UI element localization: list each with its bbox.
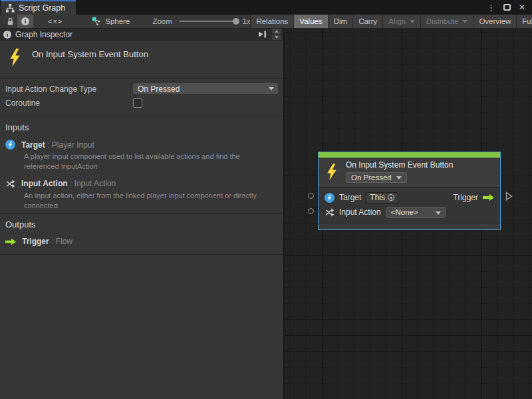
event-bolt-icon [325,163,338,181]
graph-inspector-panel: i Graph Inspector On Input System Event … [0,29,285,399]
script-graph-icon [5,3,15,13]
scroll-down-button[interactable] [272,35,281,40]
event-node[interactable]: On Input System Event Button On Pressed … [318,152,501,230]
change-type-label: Input Action Change Type [5,84,133,94]
input-action-dropdown[interactable]: <None> [386,207,446,218]
graph-asset-icon [92,17,101,26]
toolbar-toggle-group: Relations Values Dim Carry Align Distrib… [250,15,532,28]
object-picker-icon[interactable] [388,194,394,201]
player-input-icon [325,193,334,203]
port-doc-trigger: Trigger : Flow [5,237,278,246]
window-controls: ⋮ ✕ [487,0,532,15]
tab-script-graph[interactable]: Script Graph [1,0,76,15]
graph-toolbar: i <×> Sphere Zoom 1x Relations Values Di… [0,15,532,29]
trigger-port-label: Trigger [453,193,478,202]
flow-arrow-icon [483,194,494,201]
zoom-control: Zoom 1x [152,15,250,28]
port-description: An input action, either from the linked … [24,191,265,211]
node-accent-bar [319,152,500,158]
lock-button[interactable] [3,15,17,28]
values-toggle[interactable]: Values [293,15,327,28]
target-port-row: Target This Trigger [325,190,494,205]
unit-title: On Input System Event Button [32,49,148,59]
coroutine-checkbox[interactable] [133,98,142,108]
window-menu-icon[interactable]: ⋮ [487,3,495,12]
trigger-output-port[interactable] [505,192,513,201]
chevron-down-icon [269,87,274,90]
divider [0,116,283,116]
target-input-port[interactable] [308,193,314,199]
overview-button[interactable]: Overview [473,15,516,28]
inputs-heading: Inputs [5,122,278,132]
graph-owner-label: Sphere [105,17,130,25]
input-action-input-port[interactable] [308,208,314,214]
carry-toggle[interactable]: Carry [352,15,382,28]
scroll-up-button[interactable] [272,29,281,34]
node-footer [319,223,500,229]
port-doc-target: Target : Player Input A player input com… [5,140,278,174]
input-action-port-row: Input Action <None> [325,205,494,219]
dock-anchor-icon[interactable] [258,31,267,38]
player-input-icon [5,140,15,150]
trigger-port: Trigger [453,193,494,202]
node-header[interactable]: On Input System Event Button On Pressed [319,158,500,188]
graph-inspector-header: i Graph Inspector [0,29,283,41]
chevron-down-icon [436,211,441,215]
change-type-value: On Pressed [138,84,180,94]
node-title: On Input System Event Button [346,160,453,170]
port-name: Trigger [22,237,49,246]
main-area: i Graph Inspector On Input System Event … [0,29,532,399]
chevron-down-icon [396,176,402,180]
info-icon: i [21,17,29,25]
node-mode-dropdown[interactable]: On Pressed [346,172,407,183]
zoom-value: 1x [243,17,251,25]
full-screen-button[interactable]: Full Screen [516,15,532,28]
target-value-field[interactable]: This [366,192,398,203]
node-body: Target This Trigger [319,188,500,223]
port-type: : Flow [51,237,72,246]
chevron-down-icon [462,20,467,23]
graph-inspector-title: Graph Inspector [15,30,72,39]
script-graph-window: Script Graph ⋮ ✕ i <×> Sphere Zoom [0,0,532,399]
event-bolt-icon [8,48,22,67]
dim-toggle[interactable]: Dim [328,15,352,28]
tab-label: Script Graph [19,3,65,13]
align-dropdown[interactable]: Align [382,15,420,28]
unit-fields: Input Action Change Type On Pressed Coro… [0,78,283,116]
unit-header: On Input System Event Button [0,41,283,78]
zoom-slider-handle[interactable] [233,18,239,25]
distribute-dropdown[interactable]: Distribute [420,15,473,28]
info-icon: i [3,31,11,39]
inspector-empty-space [0,255,283,399]
outputs-heading: Outputs [5,219,278,229]
zoom-label: Zoom [152,17,172,25]
coroutine-field: Coroutine [5,96,278,109]
port-name: Input Action [21,179,68,188]
target-port-label: Target [339,193,361,202]
chevron-down-icon [410,20,415,23]
port-name: Target [21,140,45,150]
lock-icon [7,17,14,26]
graph-owner-ref[interactable]: Sphere [92,15,130,28]
code-icon: <×> [48,17,63,25]
flow-arrow-icon [5,238,16,245]
close-icon[interactable]: ✕ [519,3,525,11]
zoom-slider[interactable] [179,21,237,22]
maximize-icon[interactable] [503,4,511,11]
tab-bar: Script Graph ⋮ ✕ [0,0,532,15]
change-type-dropdown[interactable]: On Pressed [133,83,278,94]
graph-canvas[interactable]: On Input System Event Button On Pressed … [285,29,532,399]
port-type: : Player Input [47,140,94,150]
input-action-icon [5,179,15,189]
scroll-spinner [272,29,281,41]
coroutine-label: Coroutine [5,98,133,108]
divider [0,213,283,213]
relations-toggle[interactable]: Relations [250,15,293,28]
change-type-field: Input Action Change Type On Pressed [5,82,278,95]
input-action-icon [325,207,334,217]
port-doc-input-action: Input Action : Input Action An input act… [5,179,278,213]
port-type: : Input Action [70,179,116,188]
tab-bar-spacer [76,0,487,15]
inspector-toggle-button[interactable]: i [17,15,33,28]
code-view-button[interactable]: <×> [44,15,66,28]
